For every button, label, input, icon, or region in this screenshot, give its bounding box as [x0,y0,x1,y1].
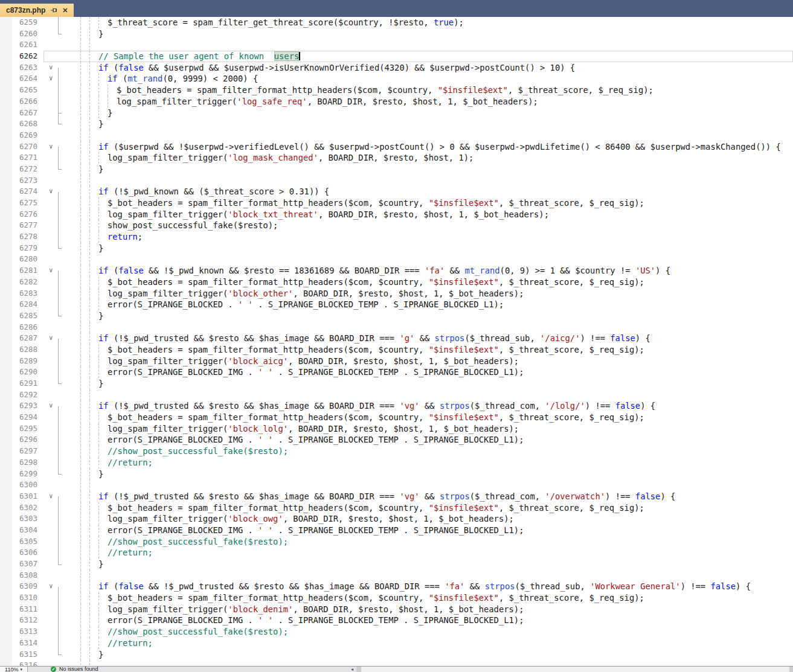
line-number[interactable]: 6315 [0,649,37,661]
fold-collapse-chevron-icon[interactable]: ∨ [49,491,53,502]
line-number[interactable]: 6289 [0,356,37,367]
code-line[interactable]: 6266log_spam_filter_trigger('log_safe_re… [0,96,793,107]
line-number[interactable]: 6299 [0,469,37,480]
code-text[interactable] [63,570,793,581]
scroll-left-arrow-icon[interactable]: ◂ [348,667,356,672]
code-text[interactable] [63,254,793,265]
line-number[interactable]: 6284 [0,299,37,310]
code-line[interactable]: 6302$_bot_headers = spam_filter_format_h… [0,502,793,514]
code-text[interactable]: $_bot_headers = spam_filter_format_http_… [63,85,793,96]
code-line[interactable]: 6272} [0,164,793,175]
code-text[interactable]: //show_post_successful_fake($resto); [63,536,793,548]
code-text[interactable]: } [63,378,793,389]
line-number[interactable]: 6275 [0,197,37,209]
line-number[interactable]: 6311 [0,604,37,615]
fold-collapse-chevron-icon[interactable]: ∨ [49,186,53,197]
code-line[interactable]: 6305//show_post_successful_fake($resto); [0,536,793,548]
line-number[interactable]: 6261 [0,39,37,51]
code-text[interactable]: log_spam_filter_trigger('block_aicg', BO… [63,356,793,367]
fold-collapse-chevron-icon[interactable]: ∨ [49,141,53,153]
code-line[interactable]: 6275$_bot_headers = spam_filter_format_h… [0,197,793,209]
code-line[interactable]: 6292 [0,389,793,401]
health-indicator[interactable]: ✓ No issues found [51,667,98,672]
code-line[interactable]: 6267} [0,107,793,119]
line-number[interactable]: 6266 [0,96,37,107]
editor-viewport[interactable]: 6259$_threat_score = spam_filter_get_thr… [0,17,793,666]
line-number[interactable]: 6265 [0,85,37,96]
line-number[interactable]: 6278 [0,231,37,243]
code-line[interactable]: 6296error(S_IPRANGE_BLOCKED_IMG . ' ' . … [0,434,793,446]
code-line[interactable]: 6313//show_post_successful_fake($resto); [0,626,793,638]
code-text[interactable] [63,322,793,333]
code-text[interactable]: } [63,558,793,570]
code-text[interactable]: $_bot_headers = spam_filter_format_http_… [63,344,793,356]
code-text[interactable]: } [63,164,793,175]
line-number[interactable]: 6305 [0,536,37,548]
code-line[interactable]: 6307} [0,558,793,570]
scrollbar-track[interactable] [356,667,793,672]
code-line[interactable]: 6300 [0,479,793,491]
code-line[interactable]: 6279} [0,243,793,254]
code-text[interactable]: } [63,118,793,130]
code-text[interactable]: } [63,107,793,119]
code-line[interactable]: 6284error(S_IPRANGE_BLOCKED . ' ' . S_IP… [0,299,793,310]
code-text[interactable]: error(S_IPRANGE_BLOCKED_IMG . ' ' . S_IP… [63,366,793,378]
code-text[interactable]: //return; [63,547,793,558]
line-number[interactable]: 6268 [0,118,37,130]
line-number[interactable]: 6269 [0,130,37,141]
code-line[interactable]: 6282$_bot_headers = spam_filter_format_h… [0,277,793,288]
line-number[interactable]: 6281 [0,265,37,277]
line-number[interactable]: 6262 [0,51,37,62]
line-number[interactable]: 6288 [0,344,37,356]
code-line[interactable]: 6306//return; [0,547,793,558]
code-line[interactable]: 6269 [0,130,793,141]
line-number[interactable]: 6271 [0,152,37,164]
code-line[interactable]: 6314//return; [0,638,793,649]
code-line[interactable]: 6270∨if ($userpwd && !$userpwd->verified… [0,141,793,153]
line-number[interactable]: 6286 [0,322,37,333]
code-text[interactable]: if (!$_pwd_trusted && $resto && $has_ima… [63,333,793,344]
fold-collapse-chevron-icon[interactable]: ∨ [49,62,53,74]
line-number[interactable]: 6294 [0,412,37,423]
line-number[interactable]: 6272 [0,164,37,175]
code-text[interactable]: log_spam_filter_trigger('block_lolg', BO… [63,423,793,435]
code-text[interactable]: log_spam_filter_trigger('block_denim', B… [63,604,793,615]
line-number[interactable]: 6314 [0,638,37,649]
fold-collapse-chevron-icon[interactable]: ∨ [49,581,53,592]
code-line[interactable]: 6271log_spam_filter_trigger('log_mask_ch… [0,152,793,164]
line-number[interactable]: 6312 [0,615,37,626]
line-number[interactable]: 6259 [0,17,37,28]
line-number[interactable]: 6313 [0,626,37,638]
code-line[interactable]: 6264∨if (mt_rand(0, 9999) < 2000) { [0,73,793,85]
code-line[interactable]: 6316 [0,660,793,666]
horizontal-scrollbar[interactable]: ◂ [348,667,793,672]
code-text[interactable]: log_spam_filter_trigger('block_txt_threa… [63,209,793,220]
line-number[interactable]: 6307 [0,558,37,570]
code-line[interactable]: 6283log_spam_filter_trigger('block_other… [0,288,793,299]
fold-collapse-chevron-icon[interactable]: ∨ [49,333,53,344]
code-line[interactable]: 6290error(S_IPRANGE_BLOCKED_IMG . ' ' . … [0,366,793,378]
code-line[interactable]: 6289log_spam_filter_trigger('block_aicg'… [0,356,793,367]
code-line[interactable]: 6265$_bot_headers = spam_filter_format_h… [0,85,793,96]
line-number[interactable]: 6267 [0,107,37,119]
code-text[interactable]: error(S_IPRANGE_BLOCKED . ' ' . S_IPRANG… [63,299,793,310]
line-number[interactable]: 6270 [0,141,37,153]
code-text[interactable]: if (!$_pwd_trusted && $resto && $has_ima… [63,491,793,502]
fold-collapse-chevron-icon[interactable]: ∨ [49,400,53,412]
code-text[interactable]: show_post_successful_fake($resto); [63,220,793,231]
line-number[interactable]: 6295 [0,423,37,435]
line-number[interactable]: 6298 [0,457,37,469]
code-line[interactable]: 6278return; [0,231,793,243]
code-text[interactable]: $_bot_headers = spam_filter_format_http_… [63,197,793,209]
code-line[interactable]: 6301∨if (!$_pwd_trusted && $resto && $ha… [0,491,793,502]
code-line[interactable]: 6303log_spam_filter_trigger('block_owg',… [0,513,793,525]
code-line[interactable]: 6286 [0,322,793,333]
code-text[interactable]: //return; [63,457,793,469]
line-number[interactable]: 6297 [0,446,37,457]
code-line[interactable]: 6268} [0,118,793,130]
code-line[interactable]: 6261 [0,39,793,51]
code-line[interactable]: 6274∨if (!$_pwd_known && ($_threat_score… [0,186,793,197]
code-text[interactable] [63,479,793,491]
code-text[interactable]: if (!$_pwd_known && ($_threat_score > 0.… [63,186,793,197]
code-line[interactable]: 6310$_bot_headers = spam_filter_format_h… [0,592,793,604]
